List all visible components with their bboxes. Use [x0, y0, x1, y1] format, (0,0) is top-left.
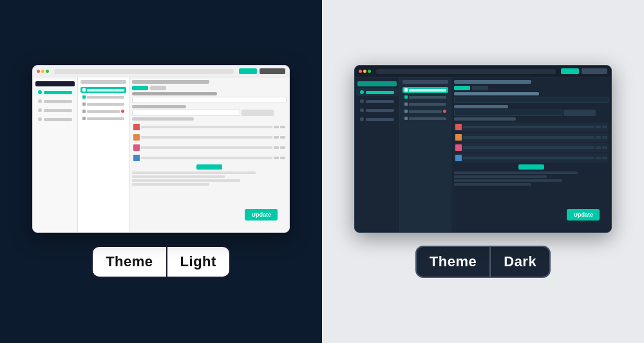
theme-mode-light: Light	[167, 247, 229, 277]
theme-label-dark: Theme	[417, 247, 489, 277]
right-panel: Update Theme Dark	[322, 0, 644, 343]
mockup-update-button-dark[interactable]: Update	[567, 209, 600, 220]
theme-label-light: Theme	[93, 247, 166, 277]
mockup-update-button-light[interactable]: Update	[245, 209, 278, 220]
light-mockup: Update	[32, 65, 290, 233]
theme-mode-dark: Dark	[491, 247, 549, 277]
dark-mockup: Update	[354, 65, 612, 233]
left-panel: Update Theme Light	[0, 0, 322, 343]
theme-badge-light: Theme Light	[91, 246, 231, 278]
theme-badge-dark: Theme Dark	[415, 246, 551, 278]
